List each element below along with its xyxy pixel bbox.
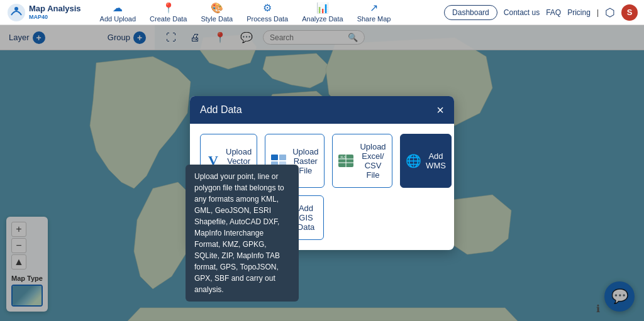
nav-style-data[interactable]: 🎨 Style Data (194, 0, 239, 25)
create-data-icon: 📍 (162, 2, 175, 14)
add-wms-button[interactable]: 🌐 Add WMS (400, 134, 452, 188)
upload-excel-button[interactable]: XLS Upload Excel/CSV File (332, 134, 392, 188)
nav-analyze-data-label: Analyze Data (302, 15, 343, 23)
nav-process-data[interactable]: ⚙ Process Data (240, 0, 294, 25)
tooltip-text: Upload your point, line or polygon file … (194, 172, 284, 294)
navbar-right: Dashboard Contact us FAQ Pricing | ⬡ S (444, 4, 638, 21)
share-map-icon: ↗ (370, 2, 378, 14)
modal-overlay[interactable]: Add Data × V UploadVector File (0, 25, 644, 321)
navbar: Map Analysis MAP40 ☁ Add Upload 📍 Create… (0, 0, 644, 25)
upload-excel-label: Upload Excel/CSV File (359, 142, 386, 180)
nav-share-map[interactable]: ↗ Share Map (351, 0, 397, 25)
svg-point-0 (8, 4, 25, 21)
modal-close-button[interactable]: × (436, 104, 444, 116)
svg-rect-3 (271, 155, 278, 160)
add-wms-label: Add WMS (426, 151, 447, 170)
nav-create-data[interactable]: 📍 Create Data (143, 0, 193, 25)
svg-text:XLS: XLS (340, 155, 347, 159)
brand-text: Map Analysis MAP40 (29, 4, 81, 19)
nav-process-data-label: Process Data (247, 15, 288, 23)
svg-point-1 (14, 7, 18, 11)
style-data-icon: 🎨 (211, 2, 223, 14)
nav-add-upload-label: Add Upload (100, 15, 136, 23)
wms-icon: 🌐 (406, 153, 421, 168)
contact-link[interactable]: Contact us (504, 8, 540, 17)
nav-items: ☁ Add Upload 📍 Create Data 🎨 Style Data … (94, 0, 444, 25)
analyze-data-icon: 📊 (316, 2, 329, 14)
add-upload-icon: ☁ (113, 2, 123, 14)
process-data-icon: ⚙ (263, 2, 272, 14)
nav-share-map-label: Share Map (357, 15, 391, 23)
dashboard-button[interactable]: Dashboard (444, 5, 497, 20)
faq-link[interactable]: FAQ (546, 8, 561, 17)
brand-title: Map Analysis (29, 4, 81, 13)
nav-analyze-data[interactable]: 📊 Analyze Data (296, 0, 349, 25)
modal-header: Add Data × (190, 96, 454, 124)
pricing-link[interactable]: Pricing (567, 8, 591, 17)
excel-icon: XLS (338, 153, 354, 168)
brand-sub: MAP40 (29, 14, 81, 20)
nav-style-data-label: Style Data (201, 15, 233, 23)
user-avatar[interactable]: S (621, 4, 638, 21)
nav-create-data-label: Create Data (150, 15, 187, 23)
tooltip: Upload your point, line or polygon file … (186, 165, 299, 302)
modal-title: Add Data (200, 104, 242, 116)
nav-add-upload[interactable]: ☁ Add Upload (94, 0, 143, 25)
svg-rect-4 (279, 155, 286, 160)
cube-icon[interactable]: ⬡ (605, 6, 615, 19)
brand-logo: Map Analysis MAP40 (6, 3, 81, 23)
brand-icon (6, 3, 26, 23)
